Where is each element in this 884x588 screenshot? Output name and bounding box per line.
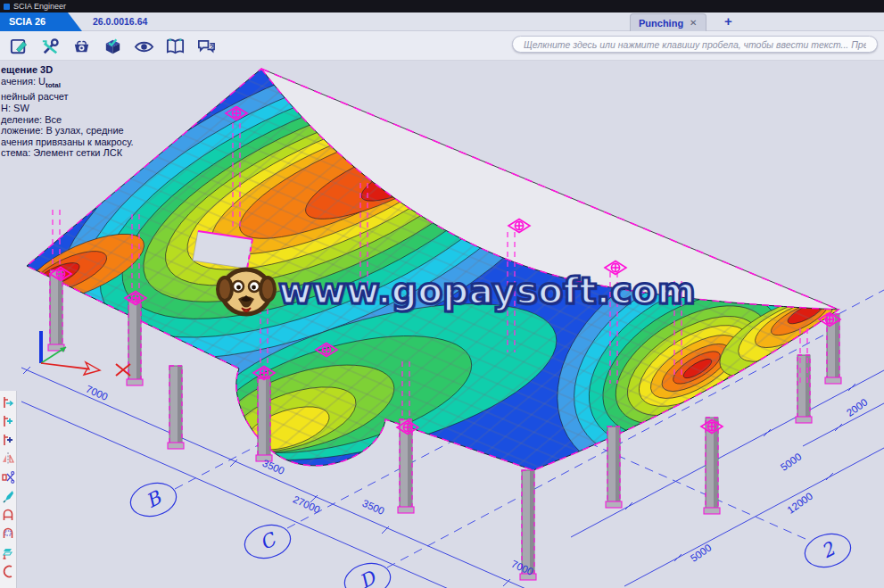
result-info-line: ачения: Utotal — [1, 76, 134, 92]
brush-icon[interactable] — [1, 486, 16, 505]
result-info-line: ещение 3D — [1, 64, 134, 76]
grid-bubble-2[interactable]: 2 — [801, 529, 854, 572]
eye-icon[interactable] — [132, 35, 155, 58]
dim-label: 3500 — [260, 458, 285, 476]
grid-bubble-D[interactable]: D — [341, 559, 393, 588]
column — [606, 427, 622, 508]
column — [704, 418, 720, 514]
column — [168, 366, 184, 449]
dim-label: 5000 — [779, 451, 804, 473]
command-search-bar[interactable] — [512, 36, 878, 53]
add-node-icon[interactable] — [1, 411, 16, 430]
grid-bubbles: B C D 2 — [127, 478, 854, 588]
tab-punching[interactable]: Punching ✕ — [630, 13, 706, 31]
tab-bar: SCIA 26 26.0.0016.64 Punching ✕ + — [0, 12, 884, 31]
command-search-input[interactable] — [522, 38, 868, 51]
edit-icon[interactable] — [7, 35, 30, 58]
tools-icon[interactable] — [38, 35, 62, 58]
svg-text:?: ? — [209, 43, 213, 51]
svg-text:C: C — [256, 528, 280, 555]
cube-check-icon[interactable] — [101, 35, 124, 58]
titlebar: SCIA Engineer — [0, 0, 884, 12]
svg-text:2: 2 — [817, 538, 839, 563]
result-info-line: ачения привязаны к макросу. — [1, 137, 134, 148]
app-tab[interactable]: SCIA 26 — [0, 12, 82, 31]
new-tab-button[interactable]: + — [724, 12, 732, 31]
column — [127, 300, 143, 385]
app-logo-icon — [4, 4, 10, 10]
result-info-panel: ещение 3D ачения: Utotal нейный расчет Н… — [1, 64, 134, 159]
left-toolbar — [0, 391, 17, 588]
dim-label: 12000 — [785, 491, 814, 516]
window-title: SCIA Engineer — [13, 2, 66, 11]
grid-bubble-C[interactable]: C — [241, 520, 293, 563]
tab-punching-label: Punching — [639, 18, 683, 29]
cut-icon[interactable] — [1, 468, 16, 486]
move-node-icon[interactable] — [1, 393, 16, 411]
mirror-icon[interactable] — [1, 449, 16, 468]
camera-view-icon[interactable] — [70, 35, 93, 58]
column — [796, 355, 812, 423]
grid-bubble-B[interactable]: B — [127, 478, 179, 521]
dim-label: 3500 — [360, 498, 385, 517]
dimension-arc-icon[interactable] — [1, 524, 16, 542]
main-toolbar: ? — [0, 31, 884, 61]
svg-text:D: D — [356, 566, 381, 588]
result-info-line: стема: Элемент сетки ЛСК — [1, 147, 134, 159]
result-info-line: Н: SW — [1, 103, 134, 114]
help-bubbles-icon[interactable]: ? — [194, 35, 218, 58]
result-info-line: ложение: В узлах, средние — [1, 125, 134, 137]
version-label: 26.0.0016.64 — [93, 12, 147, 31]
svg-text:B: B — [143, 486, 166, 512]
result-info-line: нейный расчет — [1, 91, 134, 103]
curve-icon[interactable] — [1, 561, 16, 580]
result-info-line: деление: Все — [1, 114, 134, 126]
column — [48, 270, 64, 351]
column — [256, 378, 272, 461]
tab-close-icon[interactable]: ✕ — [690, 18, 697, 28]
layers-icon[interactable] — [1, 542, 16, 561]
dim-label: 2000 — [845, 396, 870, 418]
dim-label: 7000 — [84, 384, 109, 402]
arc-icon[interactable] — [1, 505, 16, 524]
book-icon[interactable] — [163, 35, 186, 58]
add-element-icon[interactable] — [1, 430, 16, 449]
